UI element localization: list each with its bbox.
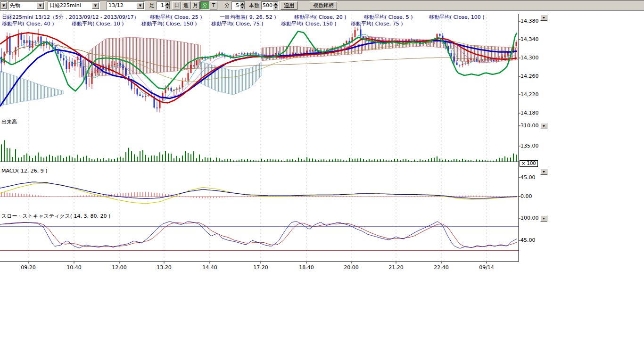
time-tick: 09/14 bbox=[479, 264, 494, 271]
trading-chart-app: ▼ 先物 ▼ 日経225mini ▼ 13/12 ▼ 足 1 日 週 月 分 T… bbox=[0, 0, 644, 362]
chevron-down-icon[interactable]: ▼ bbox=[37, 2, 44, 9]
legend-item: 移動平均( Close, 150 ) bbox=[141, 21, 197, 27]
time-tick: 22:40 bbox=[434, 264, 449, 271]
price-tick: 14,260 bbox=[520, 74, 539, 79]
ashi-label: 足 bbox=[149, 2, 155, 9]
period-minute-button[interactable]: 分 bbox=[200, 1, 209, 9]
time-tick: 10:40 bbox=[66, 264, 82, 271]
chevron-down-icon[interactable]: ▼ bbox=[92, 2, 99, 9]
time-tick: 13:20 bbox=[157, 264, 172, 271]
period-day-button[interactable]: 日 bbox=[172, 1, 181, 9]
chevron-down-icon[interactable]: ▼ bbox=[137, 2, 144, 9]
spinner-buttons[interactable] bbox=[239, 2, 245, 9]
macd-panel-label: MACD( 12, 26, 9 ) bbox=[1, 168, 48, 174]
spinner-buttons[interactable] bbox=[273, 2, 278, 9]
macd-tick: 0.00 bbox=[520, 194, 532, 199]
category-value: 先物 bbox=[8, 2, 36, 9]
contract-value: 13/12 bbox=[107, 2, 136, 8]
toolbar: ▼ 先物 ▼ 日経225mini ▼ 13/12 ▼ 足 1 日 週 月 分 T… bbox=[0, 0, 644, 11]
price-tick: 14,220 bbox=[520, 92, 539, 98]
mini-dropdown[interactable]: ▼ bbox=[0, 1, 7, 10]
legend-item: 移動平均( Close, 25 ) bbox=[150, 14, 202, 20]
time-tick: 09:20 bbox=[21, 264, 36, 271]
volume-tick: 135.00 bbox=[520, 143, 539, 149]
chevron-down-icon[interactable]: ▼ bbox=[1, 2, 7, 9]
minute-label: 分 bbox=[224, 2, 230, 9]
volume-multiplier: × 100 bbox=[520, 160, 538, 167]
time-tick: 14:40 bbox=[202, 264, 217, 271]
spinner-up-icon[interactable] bbox=[165, 2, 170, 6]
legend-item: 移動平均( Close, 75 ) bbox=[351, 21, 403, 27]
volume-panel-menu-button[interactable]: ▼ bbox=[540, 123, 547, 129]
spinner-down-icon[interactable] bbox=[165, 6, 170, 9]
legend-item: 移動平均( Close, 5 ) bbox=[364, 14, 413, 20]
contract-select[interactable]: 13/12 ▼ bbox=[107, 1, 145, 10]
minute-stepper[interactable]: 5 bbox=[231, 1, 245, 10]
price-tick: 14,380 bbox=[520, 18, 539, 24]
period-month-button[interactable]: 月 bbox=[191, 1, 200, 9]
category-select[interactable]: 先物 ▼ bbox=[8, 1, 45, 10]
time-tick: 18:40 bbox=[299, 264, 314, 271]
legend-item: 移動平均( Close, 150 ) bbox=[281, 21, 337, 27]
symbol-value: 日経225mini bbox=[48, 2, 91, 9]
legend-item: 移動平均( Close, 75 ) bbox=[211, 21, 264, 27]
time-tick: 17:20 bbox=[253, 264, 268, 271]
price-tick: 14,300 bbox=[520, 55, 539, 61]
price-tick: 14,340 bbox=[520, 37, 539, 42]
time-tick: 20:00 bbox=[344, 264, 359, 271]
count-value: 500 bbox=[262, 2, 273, 9]
volume-panel-label: 出来高 bbox=[1, 119, 17, 125]
stoch-panel-menu-button[interactable]: ▼ bbox=[540, 215, 547, 222]
period-week-button[interactable]: 週 bbox=[182, 1, 190, 9]
legend-item: 移動平均( Close, 40 ) bbox=[2, 21, 54, 27]
volume-tick: 310.00 bbox=[520, 123, 539, 129]
stoch-tick: 45.00 bbox=[520, 238, 536, 243]
macd-panel-menu-button[interactable]: ▼ bbox=[540, 169, 547, 175]
count-stepper[interactable]: 500 bbox=[261, 1, 279, 10]
spinner-down-icon[interactable] bbox=[273, 6, 278, 9]
macd-tick: 45.00 bbox=[520, 175, 536, 181]
interval-value: 1 bbox=[157, 2, 165, 9]
spinner-buttons[interactable] bbox=[165, 2, 170, 9]
apply-button[interactable]: 適用 bbox=[281, 1, 297, 10]
interval-stepper[interactable]: 1 bbox=[157, 1, 170, 10]
legend-item: 一目均衡表( 9, 26, 52 ) bbox=[220, 14, 276, 20]
chart-canvas[interactable] bbox=[0, 0, 644, 362]
legend-item: 移動平均( Close, 20 ) bbox=[294, 14, 347, 20]
minute-value: 5 bbox=[232, 2, 239, 9]
price-panel-menu-button[interactable]: ▼ bbox=[540, 15, 547, 21]
legend-item: 移動平均( Close, 10 ) bbox=[72, 21, 124, 27]
multi-symbol-button[interactable]: 複数銘柄 bbox=[310, 1, 337, 10]
time-tick: 12:00 bbox=[112, 264, 127, 271]
stoch-tick: 100.00 bbox=[520, 215, 539, 221]
spinner-up-icon[interactable] bbox=[273, 2, 278, 6]
period-tick-button[interactable]: T bbox=[210, 1, 217, 9]
price-tick: 14,180 bbox=[520, 110, 539, 116]
symbol-select[interactable]: 日経225mini ▼ bbox=[48, 1, 100, 10]
chart-title: 日経225mini 13/12（5分，2013/09/12 - 2013/09/… bbox=[2, 14, 139, 20]
spinner-down-icon[interactable] bbox=[239, 6, 245, 9]
legend-item: 移動平均( Close, 100 ) bbox=[429, 14, 485, 20]
time-tick: 21:20 bbox=[388, 264, 404, 271]
spinner-up-icon[interactable] bbox=[239, 2, 245, 6]
count-label: 本数 bbox=[249, 2, 259, 9]
stoch-panel-label: スロー・ストキャスティクス( 14, 3, 80, 20 ) bbox=[1, 213, 110, 219]
